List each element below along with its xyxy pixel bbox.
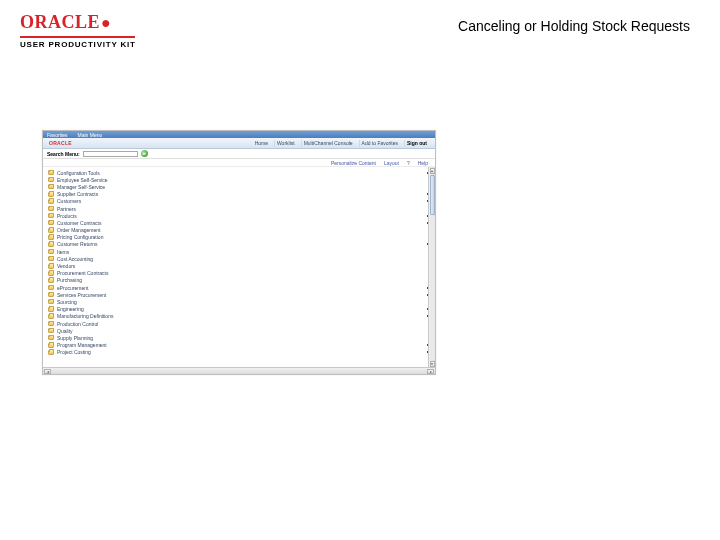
menu-item[interactable]: Customer Returns bbox=[48, 241, 435, 248]
scroll-track[interactable] bbox=[430, 216, 435, 360]
folder-icon bbox=[48, 278, 54, 283]
folder-icon bbox=[48, 213, 54, 218]
folder-icon bbox=[48, 328, 54, 333]
horizontal-scrollbar[interactable]: ◂ ▸ bbox=[43, 367, 435, 374]
nav-main-menu[interactable]: Main Menu bbox=[78, 132, 103, 138]
nav-favorites[interactable]: Favorites bbox=[47, 132, 68, 138]
scroll-down-button[interactable]: ▾ bbox=[430, 361, 435, 367]
folder-icon bbox=[48, 184, 54, 189]
search-label: Search Menu: bbox=[47, 151, 80, 157]
page-header: ORACLE● USER PRODUCTIVITY KIT Canceling … bbox=[0, 0, 720, 55]
menu-list: Configuration ToolsEmployee Self-Service… bbox=[43, 167, 435, 367]
menu-item[interactable]: Program Management bbox=[48, 342, 435, 349]
top-links: Home Worklist MultiChannel Console Add t… bbox=[253, 140, 429, 147]
app-brand: ORACLE bbox=[49, 140, 72, 146]
menu-item[interactable]: Quality bbox=[48, 327, 435, 334]
menu-item[interactable]: Pricing Configuration bbox=[48, 234, 435, 241]
menu-item-label: Manufacturing Definitions bbox=[57, 313, 424, 319]
folder-icon bbox=[48, 335, 54, 340]
menu-item-label: Project Costing bbox=[57, 349, 424, 355]
scroll-left-button[interactable]: ◂ bbox=[44, 369, 51, 374]
help-icon[interactable]: ? bbox=[407, 160, 410, 166]
folder-icon bbox=[48, 249, 54, 254]
menu-item-label: Manager Self-Service bbox=[57, 184, 435, 190]
menu-item-label: Partners bbox=[57, 206, 435, 212]
menu-item[interactable]: Manufacturing Definitions bbox=[48, 313, 435, 320]
vertical-scrollbar[interactable]: ▴ ▾ bbox=[428, 167, 435, 367]
scroll-thumb[interactable] bbox=[430, 175, 435, 215]
folder-icon bbox=[48, 256, 54, 261]
menu-item-label: Services Procurement bbox=[57, 292, 424, 298]
menu-item[interactable]: Configuration Tools bbox=[48, 169, 435, 176]
menu-item[interactable]: Purchasing bbox=[48, 277, 435, 284]
menu-item-label: Supply Planning bbox=[57, 335, 435, 341]
menu-item[interactable]: Services Procurement bbox=[48, 291, 435, 298]
folder-icon bbox=[48, 192, 54, 197]
folder-icon bbox=[48, 220, 54, 225]
link-mcf[interactable]: MultiChannel Console bbox=[301, 140, 355, 147]
search-row: Search Menu: ≫ bbox=[43, 149, 435, 159]
menu-item-label: Purchasing bbox=[57, 277, 435, 283]
menu-item[interactable]: Engineering bbox=[48, 306, 435, 313]
oracle-logo: ORACLE● bbox=[20, 12, 136, 33]
menu-item[interactable]: Cost Accounting bbox=[48, 255, 435, 262]
menu-item-label: Quality bbox=[57, 328, 435, 334]
folder-icon bbox=[48, 321, 54, 326]
menu-item[interactable]: Project Costing bbox=[48, 349, 435, 356]
menu-item[interactable]: Partners bbox=[48, 205, 435, 212]
scroll-up-button[interactable]: ▴ bbox=[430, 168, 435, 174]
menu-item-label: Customer Contracts bbox=[57, 220, 424, 226]
app-window: Favorites Main Menu ORACLE Home Worklist… bbox=[42, 130, 436, 375]
menu-item-label: Products bbox=[57, 213, 424, 219]
logo-divider bbox=[20, 36, 135, 38]
link-worklist[interactable]: Worklist bbox=[274, 140, 297, 147]
menu-item[interactable]: Supplier Contracts bbox=[48, 191, 435, 198]
folder-icon bbox=[48, 285, 54, 290]
menu-item[interactable]: Procurement Contracts bbox=[48, 270, 435, 277]
menu-item-label: Customers bbox=[57, 198, 424, 204]
folder-icon bbox=[48, 170, 54, 175]
menu-item-label: Supplier Contracts bbox=[57, 191, 424, 197]
menu-item[interactable]: Production Control bbox=[48, 320, 435, 327]
top-nav-bar: Favorites Main Menu bbox=[43, 131, 435, 138]
link-layout[interactable]: Layout bbox=[384, 160, 399, 166]
menu-item-label: Pricing Configuration bbox=[57, 234, 435, 240]
menu-item-label: Employee Self-Service bbox=[57, 177, 435, 183]
logo-block: ORACLE● USER PRODUCTIVITY KIT bbox=[20, 12, 136, 49]
folder-icon bbox=[48, 292, 54, 297]
link-signout[interactable]: Sign out bbox=[404, 140, 429, 147]
folder-icon bbox=[48, 307, 54, 312]
search-input[interactable] bbox=[83, 151, 138, 157]
search-go-button[interactable]: ≫ bbox=[141, 150, 148, 157]
menu-item[interactable]: Sourcing bbox=[48, 298, 435, 305]
folder-icon bbox=[48, 343, 54, 348]
folder-icon bbox=[48, 271, 54, 276]
link-personalize-content[interactable]: Personalize Content bbox=[331, 160, 376, 166]
menu-item[interactable]: Customers bbox=[48, 198, 435, 205]
menu-item[interactable]: Employee Self-Service bbox=[48, 176, 435, 183]
vendor-name: ORACLE bbox=[20, 12, 100, 32]
menu-item[interactable]: Order Management bbox=[48, 227, 435, 234]
top-toolbar: ORACLE Home Worklist MultiChannel Consol… bbox=[43, 138, 435, 149]
product-line: USER PRODUCTIVITY KIT bbox=[20, 40, 136, 49]
folder-icon bbox=[48, 177, 54, 182]
menu-item-label: Production Control bbox=[57, 321, 435, 327]
menu-item[interactable]: Manager Self-Service bbox=[48, 183, 435, 190]
menu-item-label: Cost Accounting bbox=[57, 256, 435, 262]
menu-item[interactable]: Items bbox=[48, 248, 435, 255]
link-help[interactable]: Help bbox=[418, 160, 428, 166]
logo-dot-icon: ● bbox=[100, 14, 111, 31]
menu-item[interactable]: Customer Contracts bbox=[48, 219, 435, 226]
scroll-right-button[interactable]: ▸ bbox=[427, 369, 434, 374]
folder-icon bbox=[48, 228, 54, 233]
link-add-favorites[interactable]: Add to Favorites bbox=[359, 140, 400, 147]
menu-item[interactable]: Vendors bbox=[48, 262, 435, 269]
menu-item-label: Engineering bbox=[57, 306, 424, 312]
menu-item[interactable]: Supply Planning bbox=[48, 334, 435, 341]
link-home[interactable]: Home bbox=[253, 140, 270, 147]
menu-item[interactable]: Products bbox=[48, 212, 435, 219]
menu-item-label: Procurement Contracts bbox=[57, 270, 435, 276]
menu-item[interactable]: eProcurement bbox=[48, 284, 435, 291]
folder-icon bbox=[48, 350, 54, 355]
folder-icon bbox=[48, 206, 54, 211]
